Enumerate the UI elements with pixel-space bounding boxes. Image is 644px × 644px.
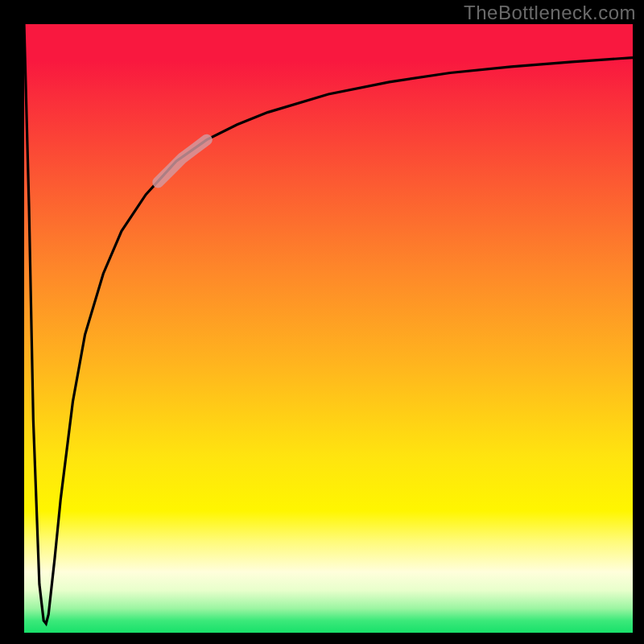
plot-area <box>24 24 633 633</box>
highlight-segment-path <box>158 140 206 183</box>
watermark-text: TheBottleneck.com <box>464 2 636 24</box>
chart-frame: TheBottleneck.com <box>0 0 644 644</box>
curve-layer <box>24 24 633 633</box>
bottleneck-curve-path <box>24 24 633 624</box>
